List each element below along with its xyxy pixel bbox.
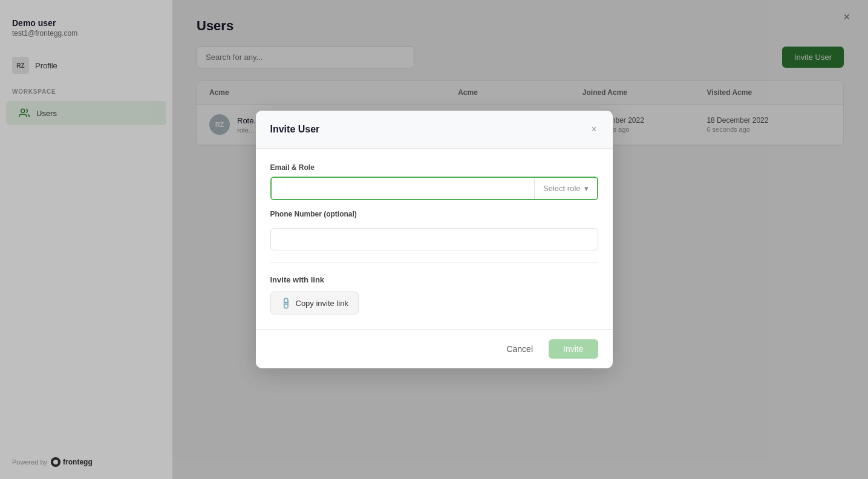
- invite-button[interactable]: Invite: [549, 339, 598, 359]
- invite-with-link-label: Invite with link: [270, 275, 598, 284]
- copy-invite-link-button[interactable]: 🔗 Copy invite link: [270, 292, 359, 314]
- phone-label: Phone Number (optional): [270, 210, 598, 218]
- modal-title: Invite User: [270, 124, 320, 135]
- email-input[interactable]: [272, 178, 535, 199]
- modal-close-button[interactable]: ×: [590, 123, 598, 136]
- phone-input[interactable]: [270, 228, 598, 250]
- role-select-label: Select role: [543, 184, 580, 193]
- copy-invite-link-label: Copy invite link: [296, 299, 348, 308]
- divider: [270, 262, 598, 263]
- role-select[interactable]: Select role ▾: [534, 178, 596, 199]
- modal-body: Email & Role Select role ▾ Phone Number …: [256, 149, 613, 329]
- modal-overlay: Invite User × Email & Role Select role ▾…: [0, 0, 868, 479]
- cancel-button[interactable]: Cancel: [497, 339, 543, 359]
- invite-user-modal: Invite User × Email & Role Select role ▾…: [256, 111, 613, 368]
- link-icon: 🔗: [278, 296, 292, 310]
- phone-section: Phone Number (optional): [270, 210, 598, 250]
- modal-footer: Cancel Invite: [256, 329, 613, 368]
- chevron-down-icon: ▾: [584, 184, 589, 193]
- email-role-label: Email & Role: [270, 163, 598, 172]
- modal-header: Invite User ×: [256, 111, 613, 149]
- email-role-row: Select role ▾: [270, 177, 598, 200]
